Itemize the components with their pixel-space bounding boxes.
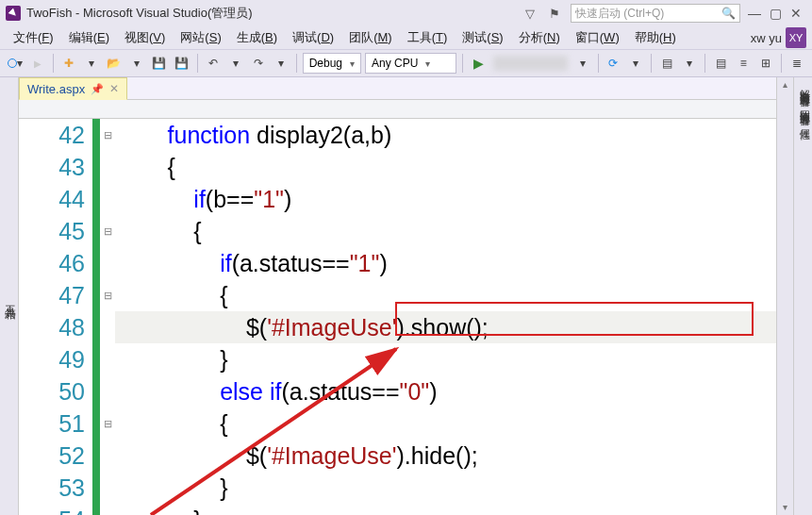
close-tab-icon[interactable]: ✕ — [109, 82, 119, 95]
extensions-dropdown[interactable]: ▾ — [679, 53, 700, 74]
table-button[interactable]: ⊞ — [755, 53, 776, 74]
redo-button[interactable] — [248, 53, 269, 74]
undo-button[interactable] — [203, 53, 224, 74]
browser-refresh-button[interactable] — [603, 53, 623, 74]
toggle-ws-button[interactable] — [733, 53, 754, 74]
change-tracker — [92, 119, 100, 515]
doc-outline-button[interactable]: ▤ — [710, 53, 731, 74]
solution-config-dropdown[interactable]: Debug▾ — [303, 53, 361, 74]
document-tab-strip: Write.aspx 📌 ✕ — [19, 77, 776, 100]
solution-platform-dropdown[interactable]: Any CPU▾ — [365, 53, 456, 74]
notifications-icon[interactable]: ▽ — [521, 4, 539, 23]
menu-m[interactable]: 团队(M) — [341, 27, 400, 48]
menu-w[interactable]: 窗口(W) — [568, 27, 627, 48]
menu-f[interactable]: 文件(F) — [6, 27, 61, 48]
vertical-scrollbar[interactable]: ▴ ▾ — [776, 77, 793, 515]
menu-s[interactable]: 测试(S) — [455, 27, 510, 48]
document-tab-active[interactable]: Write.aspx 📌 ✕ — [19, 77, 127, 100]
open-dropdown[interactable]: ▾ — [126, 53, 147, 74]
workspace: 工具箱 Write.aspx 📌 ✕ 424344454647484950515… — [0, 77, 812, 515]
feedback-icon[interactable]: ⚑ — [545, 4, 564, 23]
quick-launch-placeholder: 快速启动 (Ctrl+Q) — [575, 6, 664, 22]
document-tab-label: Write.aspx — [27, 82, 85, 96]
title-bar: TwoFish - Microsoft Visual Studio(管理员) ▽… — [0, 0, 812, 26]
menu-d[interactable]: 调试(D) — [285, 27, 341, 48]
save-button[interactable] — [149, 53, 170, 74]
menu-b[interactable]: 生成(B) — [229, 27, 285, 48]
close-button[interactable]: ✕ — [786, 4, 806, 23]
save-all-button[interactable] — [172, 53, 192, 74]
avatar[interactable]: XY — [786, 27, 806, 48]
start-debug-button[interactable]: ▶ — [468, 53, 489, 74]
menu-n[interactable]: 分析(N) — [511, 27, 568, 48]
quick-launch-input[interactable]: 快速启动 (Ctrl+Q) 🔍 — [571, 4, 740, 23]
scroll-up-icon[interactable]: ▴ — [777, 77, 793, 92]
document-dropdown-bar[interactable] — [19, 100, 776, 119]
menu-h[interactable]: 帮助(H) — [627, 27, 684, 48]
search-icon: 🔍 — [721, 7, 736, 20]
menu-e[interactable]: 编辑(E) — [61, 27, 117, 48]
right-tool-wells[interactable]: 解决方案资源管理器 团队资源管理器 属性 — [793, 77, 812, 515]
redo-dropdown[interactable]: ▾ — [271, 53, 291, 74]
window-title: TwoFish - Microsoft Visual Studio(管理员) — [26, 5, 253, 22]
minimize-button[interactable]: — — [744, 4, 765, 23]
undo-dropdown[interactable]: ▾ — [225, 53, 246, 74]
start-target-label — [493, 56, 567, 71]
vs-logo-icon — [6, 6, 21, 21]
start-dropdown[interactable]: ▾ — [572, 53, 593, 74]
browser-dropdown[interactable]: ▾ — [625, 53, 646, 74]
comment-button[interactable]: ≣ — [787, 53, 807, 74]
open-file-button[interactable] — [104, 53, 124, 74]
code-lines[interactable]: function display2(a,b) { if(b=="1") { if… — [115, 119, 776, 515]
code-editor[interactable]: 42434445464748495051525354 ⊟ ⊟ ⊟ ⊟ funct… — [19, 119, 776, 515]
nav-back-button[interactable]: ▾ — [5, 53, 25, 74]
new-project-dropdown[interactable]: ▾ — [81, 53, 102, 74]
extensions-button[interactable] — [656, 53, 677, 74]
restore-button[interactable]: ▢ — [765, 4, 786, 23]
menu-s[interactable]: 网站(S) — [173, 27, 228, 48]
menu-t[interactable]: 工具(T) — [400, 27, 456, 48]
signed-in-user[interactable]: xw yu — [751, 31, 782, 45]
editor-area: Write.aspx 📌 ✕ 4243444546474849505152535… — [19, 77, 776, 515]
new-project-button[interactable] — [58, 53, 79, 74]
menu-bar: 文件(F)编辑(E)视图(V)网站(S)生成(B)调试(D)团队(M)工具(T)… — [0, 26, 812, 49]
menu-v[interactable]: 视图(V) — [117, 27, 173, 48]
pin-icon[interactable]: 📌 — [91, 83, 104, 95]
line-number-gutter: 42434445464748495051525354 — [19, 119, 92, 515]
nav-forward-button[interactable] — [27, 53, 48, 74]
toolbox-well[interactable]: 工具箱 — [0, 77, 19, 515]
standard-toolbar: ▾ ▾ ▾ ▾ ▾ Debug▾ Any CPU▾ ▶ ▾ ▾ ▾ ▤ ⊞ ≣ — [0, 49, 812, 77]
fold-gutter[interactable]: ⊟ ⊟ ⊟ ⊟ — [100, 119, 115, 515]
scroll-down-icon[interactable]: ▾ — [777, 500, 793, 515]
